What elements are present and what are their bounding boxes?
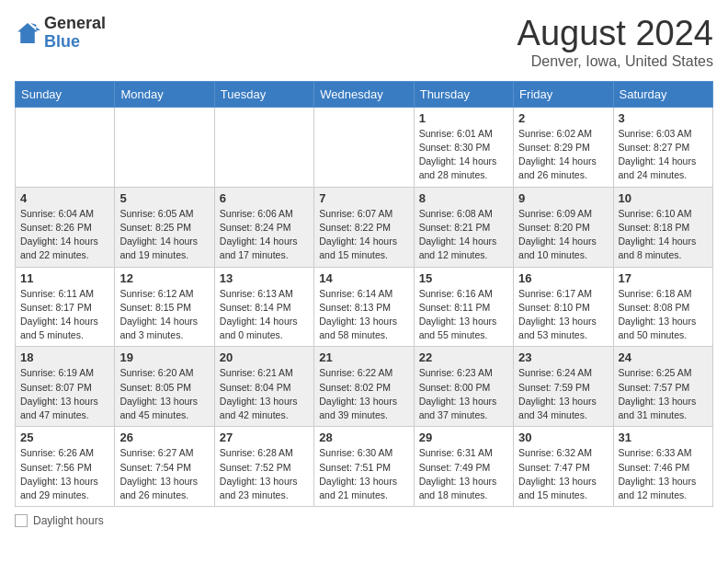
calendar-header-saturday: Saturday xyxy=(613,81,712,107)
day-number: 3 xyxy=(619,111,708,125)
day-info: Sunrise: 6:01 AM Sunset: 8:30 PM Dayligh… xyxy=(419,127,508,183)
day-info: Sunrise: 6:02 AM Sunset: 8:29 PM Dayligh… xyxy=(518,127,608,183)
calendar-header-wednesday: Wednesday xyxy=(314,81,414,107)
day-info: Sunrise: 6:06 AM Sunset: 8:24 PM Dayligh… xyxy=(220,207,309,263)
day-info: Sunrise: 6:27 AM Sunset: 7:54 PM Dayligh… xyxy=(119,446,209,502)
day-number: 30 xyxy=(518,431,608,444)
day-number: 5 xyxy=(119,191,209,205)
calendar-cell: 17Sunrise: 6:18 AM Sunset: 8:08 PM Dayli… xyxy=(613,267,712,347)
day-info: Sunrise: 6:10 AM Sunset: 8:18 PM Dayligh… xyxy=(619,207,708,263)
day-number: 14 xyxy=(319,271,408,285)
calendar-cell: 15Sunrise: 6:16 AM Sunset: 8:11 PM Dayli… xyxy=(414,267,513,347)
day-info: Sunrise: 6:33 AM Sunset: 7:46 PM Dayligh… xyxy=(619,446,708,502)
calendar-cell: 22Sunrise: 6:23 AM Sunset: 8:00 PM Dayli… xyxy=(414,347,513,427)
day-info: Sunrise: 6:11 AM Sunset: 8:17 PM Dayligh… xyxy=(20,287,109,343)
calendar-header-row: SundayMondayTuesdayWednesdayThursdayFrid… xyxy=(16,81,713,107)
day-number: 11 xyxy=(20,271,109,285)
day-info: Sunrise: 6:12 AM Sunset: 8:15 PM Dayligh… xyxy=(119,287,209,343)
day-info: Sunrise: 6:19 AM Sunset: 8:07 PM Dayligh… xyxy=(20,366,109,422)
calendar-cell: 9Sunrise: 6:09 AM Sunset: 8:20 PM Daylig… xyxy=(514,187,613,267)
day-number: 26 xyxy=(119,431,209,444)
header: General Blue August 2024 Denver, Iowa, U… xyxy=(15,15,713,70)
day-number: 19 xyxy=(119,350,209,364)
day-number: 22 xyxy=(419,350,508,364)
calendar-cell: 6Sunrise: 6:06 AM Sunset: 8:24 PM Daylig… xyxy=(214,187,313,267)
day-info: Sunrise: 6:26 AM Sunset: 7:56 PM Dayligh… xyxy=(20,446,109,502)
calendar-cell: 30Sunrise: 6:32 AM Sunset: 7:47 PM Dayli… xyxy=(514,427,613,507)
day-info: Sunrise: 6:31 AM Sunset: 7:49 PM Dayligh… xyxy=(419,446,508,502)
day-info: Sunrise: 6:28 AM Sunset: 7:52 PM Dayligh… xyxy=(220,446,309,502)
day-number: 8 xyxy=(419,191,508,205)
day-number: 12 xyxy=(119,271,209,285)
calendar-cell: 25Sunrise: 6:26 AM Sunset: 7:56 PM Dayli… xyxy=(16,427,115,507)
day-info: Sunrise: 6:24 AM Sunset: 7:59 PM Dayligh… xyxy=(518,366,608,422)
svg-marker-0 xyxy=(17,23,38,43)
calendar-week-row: 4Sunrise: 6:04 AM Sunset: 8:26 PM Daylig… xyxy=(16,187,713,267)
day-number: 25 xyxy=(20,431,109,444)
legend-label: Daylight hours xyxy=(33,514,104,527)
calendar-cell: 28Sunrise: 6:30 AM Sunset: 7:51 PM Dayli… xyxy=(314,427,414,507)
logo-icon xyxy=(15,20,40,46)
calendar-cell: 13Sunrise: 6:13 AM Sunset: 8:14 PM Dayli… xyxy=(214,267,313,347)
day-number: 24 xyxy=(619,350,708,364)
calendar-cell: 19Sunrise: 6:20 AM Sunset: 8:05 PM Dayli… xyxy=(115,347,214,427)
logo-blue-text: Blue xyxy=(44,33,106,52)
calendar-cell: 26Sunrise: 6:27 AM Sunset: 7:54 PM Dayli… xyxy=(115,427,214,507)
day-info: Sunrise: 6:05 AM Sunset: 8:25 PM Dayligh… xyxy=(119,207,209,263)
day-info: Sunrise: 6:04 AM Sunset: 8:26 PM Dayligh… xyxy=(20,207,109,263)
day-number: 10 xyxy=(619,191,708,205)
day-number: 7 xyxy=(319,191,408,205)
calendar-week-row: 11Sunrise: 6:11 AM Sunset: 8:17 PM Dayli… xyxy=(16,267,713,347)
day-number: 9 xyxy=(518,191,608,205)
day-number: 29 xyxy=(419,431,508,444)
day-info: Sunrise: 6:13 AM Sunset: 8:14 PM Dayligh… xyxy=(220,287,309,343)
day-info: Sunrise: 6:09 AM Sunset: 8:20 PM Dayligh… xyxy=(518,207,608,263)
calendar-week-row: 1Sunrise: 6:01 AM Sunset: 8:30 PM Daylig… xyxy=(16,107,713,187)
day-info: Sunrise: 6:21 AM Sunset: 8:04 PM Dayligh… xyxy=(220,366,309,422)
day-number: 16 xyxy=(518,271,608,285)
logo: General Blue xyxy=(15,15,106,52)
calendar-cell: 1Sunrise: 6:01 AM Sunset: 8:30 PM Daylig… xyxy=(414,107,513,187)
calendar-week-row: 25Sunrise: 6:26 AM Sunset: 7:56 PM Dayli… xyxy=(16,427,713,507)
day-info: Sunrise: 6:23 AM Sunset: 8:00 PM Dayligh… xyxy=(419,366,508,422)
day-number: 13 xyxy=(220,271,309,285)
logo-general-text: General xyxy=(44,15,106,33)
calendar-header-sunday: Sunday xyxy=(16,81,115,107)
day-info: Sunrise: 6:14 AM Sunset: 8:13 PM Dayligh… xyxy=(319,287,408,343)
day-number: 17 xyxy=(619,271,708,285)
calendar-cell: 20Sunrise: 6:21 AM Sunset: 8:04 PM Dayli… xyxy=(214,347,313,427)
calendar-cell: 5Sunrise: 6:05 AM Sunset: 8:25 PM Daylig… xyxy=(115,187,214,267)
day-info: Sunrise: 6:20 AM Sunset: 8:05 PM Dayligh… xyxy=(119,366,209,422)
day-info: Sunrise: 6:30 AM Sunset: 7:51 PM Dayligh… xyxy=(319,446,408,502)
day-number: 27 xyxy=(220,431,309,444)
calendar-cell: 7Sunrise: 6:07 AM Sunset: 8:22 PM Daylig… xyxy=(314,187,414,267)
calendar-header-friday: Friday xyxy=(514,81,613,107)
legend-box xyxy=(15,514,28,527)
calendar-cell: 10Sunrise: 6:10 AM Sunset: 8:18 PM Dayli… xyxy=(613,187,712,267)
day-number: 21 xyxy=(319,350,408,364)
legend: Daylight hours xyxy=(15,514,713,527)
calendar-cell xyxy=(314,107,414,187)
title-area: August 2024 Denver, Iowa, United States xyxy=(518,15,713,70)
calendar-cell xyxy=(115,107,214,187)
page-title: August 2024 xyxy=(518,15,713,53)
day-info: Sunrise: 6:08 AM Sunset: 8:21 PM Dayligh… xyxy=(419,207,508,263)
day-number: 4 xyxy=(20,191,109,205)
calendar-cell xyxy=(16,107,115,187)
calendar-cell: 12Sunrise: 6:12 AM Sunset: 8:15 PM Dayli… xyxy=(115,267,214,347)
day-number: 20 xyxy=(220,350,309,364)
day-info: Sunrise: 6:07 AM Sunset: 8:22 PM Dayligh… xyxy=(319,207,408,263)
calendar-table: SundayMondayTuesdayWednesdayThursdayFrid… xyxy=(15,81,713,507)
calendar-cell: 16Sunrise: 6:17 AM Sunset: 8:10 PM Dayli… xyxy=(514,267,613,347)
day-info: Sunrise: 6:25 AM Sunset: 7:57 PM Dayligh… xyxy=(619,366,708,422)
day-info: Sunrise: 6:17 AM Sunset: 8:10 PM Dayligh… xyxy=(518,287,608,343)
page-subtitle: Denver, Iowa, United States xyxy=(518,53,713,70)
calendar-header-monday: Monday xyxy=(115,81,214,107)
calendar-cell: 4Sunrise: 6:04 AM Sunset: 8:26 PM Daylig… xyxy=(16,187,115,267)
logo-text: General Blue xyxy=(44,15,106,52)
calendar-cell: 14Sunrise: 6:14 AM Sunset: 8:13 PM Dayli… xyxy=(314,267,414,347)
day-number: 2 xyxy=(518,111,608,125)
day-info: Sunrise: 6:03 AM Sunset: 8:27 PM Dayligh… xyxy=(619,127,708,183)
day-number: 6 xyxy=(220,191,309,205)
calendar-cell: 2Sunrise: 6:02 AM Sunset: 8:29 PM Daylig… xyxy=(514,107,613,187)
